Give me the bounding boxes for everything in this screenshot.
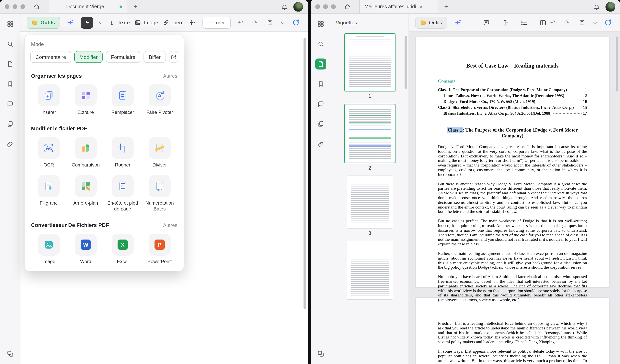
close-tab-icon[interactable]: × xyxy=(419,3,423,10)
document-tab[interactable]: Document Vierge xyxy=(49,0,127,13)
link-tool-button[interactable]: Lien xyxy=(163,19,182,26)
page-thumbnail-2[interactable] xyxy=(344,104,395,163)
bookmarks-icon[interactable] xyxy=(4,79,16,89)
home-button[interactable] xyxy=(31,1,42,12)
tools-grid-icon[interactable] xyxy=(4,18,16,29)
list-tool-button[interactable] xyxy=(518,17,530,29)
redo-button[interactable]: ↷ xyxy=(250,17,260,28)
comparaison-icon xyxy=(75,137,97,159)
save-button[interactable] xyxy=(264,17,276,29)
tools-grid-icon[interactable] xyxy=(315,18,326,29)
tool-convert-word[interactable]: W Word xyxy=(67,234,104,265)
tool-convert-powerpoint[interactable]: P PowerPoint xyxy=(141,234,178,265)
thumbnails-panel-icon[interactable] xyxy=(4,58,16,70)
open-in-new-window-button[interactable] xyxy=(169,51,178,63)
undo-button[interactable]: ↶ xyxy=(235,17,246,28)
mode-commentaire-button[interactable]: Commentaire xyxy=(30,51,71,63)
page-thumbnail-3[interactable] xyxy=(347,175,393,229)
properties-sliders-button[interactable] xyxy=(187,17,198,29)
tool-inserer[interactable]: Insérer xyxy=(30,84,67,116)
excel-icon: X xyxy=(112,234,134,256)
save-dropdown[interactable] xyxy=(279,17,286,29)
new-tab-button[interactable]: + xyxy=(131,1,141,12)
panel-scrollbar[interactable] xyxy=(404,36,407,89)
tool-convert-image[interactable]: Image xyxy=(30,234,67,265)
tool-en-tete-pied-de-page[interactable]: En-tête et pied de page xyxy=(104,175,141,212)
page-thumbnail-4[interactable] xyxy=(347,241,393,300)
tool-numerotation-bates[interactable]: 00123 Numérotation Bates xyxy=(141,175,178,212)
tool-arriere-plan[interactable]: Arrière-plan xyxy=(67,175,104,212)
comment-bubble-icon xyxy=(483,19,490,26)
close-window-button[interactable] xyxy=(315,4,320,9)
comments-icon[interactable] xyxy=(4,99,16,110)
sync-button[interactable] xyxy=(290,17,302,29)
document-page-2[interactable]: Friedrich List is a leading intellectual… xyxy=(416,298,609,364)
text-tool-button[interactable]: Texte xyxy=(108,19,130,26)
comments-icon[interactable] xyxy=(315,99,326,110)
convert-pdf-icon[interactable] xyxy=(4,348,16,359)
unsaved-indicator xyxy=(120,5,122,8)
search-icon[interactable] xyxy=(4,39,16,49)
close-mode-button[interactable]: Fermer xyxy=(202,17,231,29)
search-icon[interactable] xyxy=(315,39,326,49)
chevron-down-icon xyxy=(281,20,285,24)
redo-button[interactable]: ↷ xyxy=(562,17,572,28)
page-thumbnail-1[interactable] xyxy=(344,33,395,91)
sync-button[interactable] xyxy=(602,17,614,29)
save-button[interactable] xyxy=(576,17,588,29)
contents-heading: Contents xyxy=(438,79,587,84)
bookmarks-icon[interactable] xyxy=(315,79,326,89)
document-column: Outils xyxy=(409,14,620,364)
pages-icon[interactable] xyxy=(4,118,16,130)
select-tool-button[interactable] xyxy=(81,17,93,29)
document-page-1[interactable]: Best of Case Law – Reading materials Con… xyxy=(416,37,609,287)
pages-icon[interactable] xyxy=(315,118,326,130)
image-tool-button[interactable]: Image xyxy=(135,19,158,26)
convert-pdf-icon[interactable] xyxy=(315,348,326,359)
tool-rogner[interactable]: Rogner xyxy=(104,137,141,168)
toc-entry: Dodge v. Ford Motor Co., 170 N.W. 668 (M… xyxy=(438,99,587,104)
attachments-icon[interactable] xyxy=(315,139,326,150)
account-avatar[interactable] xyxy=(293,2,303,12)
zoom-window-button[interactable] xyxy=(331,4,336,9)
notifications-button[interactable] xyxy=(281,3,288,10)
document-tab[interactable]: Meilleures affaires juridiqu × xyxy=(359,0,438,13)
ai-assistant-button[interactable] xyxy=(452,17,464,29)
mode-buttons-row: Commentaire Modifier Formulaire Biffer xyxy=(30,51,178,63)
minimize-window-button[interactable] xyxy=(13,4,17,9)
table-tool-button[interactable] xyxy=(537,17,549,29)
tool-convert-excel[interactable]: X Excel xyxy=(104,234,141,265)
tool-remplacer[interactable]: Remplacer xyxy=(104,84,141,116)
comment-tool-button[interactable] xyxy=(480,17,492,29)
ai-assistant-button[interactable] xyxy=(65,17,76,29)
tool-ocr[interactable]: Aa OCR xyxy=(30,137,67,168)
new-tab-button[interactable]: + xyxy=(441,1,451,12)
undo-button[interactable]: ↶ xyxy=(548,17,558,28)
tool-extraire[interactable]: Extraire xyxy=(67,84,104,116)
notifications-button[interactable] xyxy=(593,3,600,10)
tool-comparaison[interactable]: Comparaison xyxy=(67,137,104,168)
insert-text-tool-button[interactable] xyxy=(499,17,511,29)
vertical-scrollbar[interactable] xyxy=(304,38,306,309)
mode-modifier-button[interactable]: Modifier xyxy=(74,51,103,63)
zoom-window-button[interactable] xyxy=(20,4,25,9)
save-dropdown[interactable] xyxy=(592,17,598,29)
document-view[interactable]: Best of Case Law – Reading materials Con… xyxy=(409,32,620,364)
vertical-scrollbar[interactable] xyxy=(616,37,619,91)
select-tool-dropdown[interactable] xyxy=(98,17,104,29)
outils-button[interactable]: Outils xyxy=(415,17,447,29)
tool-diviser[interactable]: Diviser xyxy=(141,137,178,168)
mode-formulaire-button[interactable]: Formulaire xyxy=(106,51,140,63)
thumbnails-panel-icon[interactable] xyxy=(315,58,326,70)
outils-button[interactable]: Outils xyxy=(27,17,60,29)
attachments-icon[interactable] xyxy=(4,139,16,150)
close-window-button[interactable] xyxy=(5,4,9,9)
autres-link[interactable]: Autres xyxy=(163,222,177,228)
home-button[interactable] xyxy=(342,1,352,12)
minimize-window-button[interactable] xyxy=(323,4,328,9)
account-avatar[interactable] xyxy=(605,2,615,12)
tool-faire-pivoter[interactable]: A Faire Pivoter xyxy=(141,84,178,116)
mode-biffer-button[interactable]: Biffer xyxy=(144,51,166,63)
tool-filigrane[interactable]: Filigrane xyxy=(30,175,67,212)
autres-link[interactable]: Autres xyxy=(163,73,177,79)
